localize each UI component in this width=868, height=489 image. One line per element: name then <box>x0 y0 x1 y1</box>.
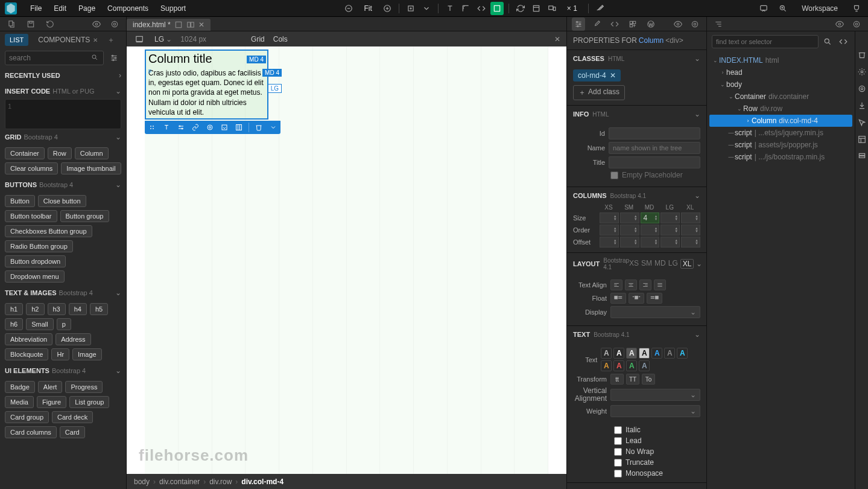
component-pill[interactable]: Close button <box>38 195 86 207</box>
offset-input[interactable]: ▲▼ <box>620 237 639 248</box>
text-color-warning[interactable]: A <box>601 360 612 371</box>
text-color-body[interactable]: A <box>639 360 650 371</box>
section-columns[interactable]: COLUMNSBootstrap 4.1⌄ <box>567 187 706 204</box>
text-color-muted[interactable]: A <box>601 348 612 359</box>
tree-search-input[interactable] <box>712 35 819 48</box>
component-pill[interactable]: Clear columns <box>5 162 58 174</box>
tree-row-column-selected[interactable]: ›Columndiv.col-md-4 <box>709 115 852 127</box>
section-text-images[interactable]: TEXT & IMAGESBootstrap 4⌄ <box>5 285 121 301</box>
text-color-primary[interactable]: A <box>651 348 662 359</box>
cup-icon[interactable] <box>850 2 863 15</box>
italic-checkbox[interactable] <box>614 426 622 434</box>
component-pill[interactable]: Image thumbnail <box>61 162 121 174</box>
trash-icon[interactable] <box>857 50 867 60</box>
component-pill[interactable]: Container <box>5 147 45 159</box>
section-ui-elements[interactable]: UI ELEMENTSBootstrap 4⌄ <box>5 363 121 379</box>
left-tab-list[interactable]: LIST <box>5 34 28 46</box>
arrow-in-icon[interactable] <box>857 100 867 111</box>
wrap-icon[interactable] <box>220 123 229 132</box>
tree-row-script[interactable]: —script| ...ets/js/jquery.min.js <box>709 127 852 139</box>
text-color-danger[interactable]: A <box>613 360 624 371</box>
delete-icon[interactable] <box>254 123 264 132</box>
size-sm-input[interactable]: ▲▼ <box>620 213 639 223</box>
lead-checkbox[interactable] <box>614 437 622 445</box>
order-input[interactable]: ▲▼ <box>600 225 619 235</box>
section-classes[interactable]: CLASSESHTML⌄ <box>567 50 706 67</box>
uppercase-button[interactable]: TT <box>626 374 639 385</box>
devices-icon[interactable] <box>545 2 559 15</box>
cols-toggle[interactable]: Cols <box>273 35 288 43</box>
offset-input[interactable]: ▲▼ <box>681 237 700 248</box>
section-info[interactable]: INFOHTML⌄ <box>567 106 706 123</box>
component-pill[interactable]: Media <box>5 396 34 408</box>
name-input[interactable] <box>609 142 700 154</box>
component-pill[interactable]: Figure <box>37 396 66 408</box>
component-pill[interactable]: Button <box>5 195 35 207</box>
display-dropdown[interactable]: ⌄ <box>610 306 700 318</box>
component-pill[interactable]: p <box>57 318 71 330</box>
breadcrumb-item[interactable]: body <box>134 478 150 486</box>
menu-file[interactable]: File <box>24 4 48 13</box>
component-pill[interactable]: Button group <box>60 210 109 222</box>
size-xs-input[interactable]: ▲▼ <box>600 213 619 223</box>
component-pill[interactable]: Alert <box>38 381 63 393</box>
tree-row-root[interactable]: ⌄INDEX.HTMLhtml <box>709 54 852 66</box>
component-pill[interactable]: List group <box>69 396 109 408</box>
props-sliders-icon[interactable] <box>572 18 585 31</box>
text-color-info[interactable]: A <box>677 348 688 359</box>
search-icon[interactable] <box>89 54 101 61</box>
order-input[interactable]: ▲▼ <box>641 225 660 235</box>
tree-code-icon[interactable] <box>837 35 850 48</box>
code-icon[interactable] <box>475 2 488 15</box>
order-input[interactable]: ▲▼ <box>620 225 639 235</box>
component-pill[interactable]: h3 <box>48 303 66 315</box>
eye-icon[interactable] <box>90 18 103 31</box>
capitalize-button[interactable]: To <box>642 374 655 385</box>
viewport-size-button[interactable]: LG ⌄ <box>154 35 172 43</box>
tree-row-script[interactable]: —script| .../js/bootstrap.min.js <box>709 151 852 163</box>
device-icon[interactable] <box>133 33 146 46</box>
float-right-button[interactable] <box>647 293 662 304</box>
lg-badge-handle[interactable]: LG <box>268 84 282 93</box>
link-icon[interactable] <box>191 123 200 132</box>
md-badge-handle[interactable]: MD 4 <box>262 69 282 77</box>
title-input[interactable] <box>609 156 700 168</box>
canvas-close-icon[interactable]: ✕ <box>554 35 560 43</box>
float-left-button[interactable] <box>610 293 626 304</box>
zoom-icon[interactable] <box>776 2 790 15</box>
component-pill[interactable]: Progress <box>65 381 103 393</box>
insert-code-area[interactable]: 1 <box>5 99 121 129</box>
tree-row-body[interactable]: ⌄body <box>709 78 852 91</box>
component-pill[interactable]: Card <box>60 426 85 438</box>
component-pill[interactable]: Dropdown menu <box>5 270 65 283</box>
eye-icon-2[interactable] <box>671 18 685 31</box>
component-pill[interactable]: Address <box>55 333 90 345</box>
chevron-down-icon[interactable] <box>420 2 433 15</box>
component-pill[interactable]: Abbreviation <box>5 333 52 345</box>
tab-close-icon[interactable]: ✕ <box>91 37 98 43</box>
file-tab[interactable]: index.html * ✕ <box>127 19 211 31</box>
text-color-dark[interactable]: A <box>639 348 650 359</box>
size-xl-input[interactable]: ▲▼ <box>681 213 700 223</box>
size-lg-input[interactable]: ▲▼ <box>661 213 680 223</box>
component-pill[interactable]: Small <box>26 318 54 330</box>
component-pill[interactable]: Blockquote <box>5 348 48 360</box>
align-left-button[interactable] <box>610 280 622 290</box>
valign-dropdown[interactable]: ⌄ <box>610 389 700 401</box>
add-class-button[interactable]: ＋Add class <box>573 85 625 100</box>
component-pill[interactable]: h2 <box>26 303 44 315</box>
component-pill[interactable]: Card columns <box>5 426 57 438</box>
breadcrumb-item[interactable]: div.row <box>209 478 232 486</box>
menu-page[interactable]: Page <box>72 4 101 13</box>
tab-split-icon[interactable] <box>186 21 195 29</box>
menu-components[interactable]: Components <box>101 4 154 13</box>
weight-dropdown[interactable]: ⌄ <box>610 405 700 417</box>
truncate-checkbox[interactable] <box>614 459 622 467</box>
tree-row-row[interactable]: ⌄Rowdiv.row <box>709 103 852 115</box>
monospace-checkbox[interactable] <box>614 470 622 478</box>
component-pill[interactable]: h4 <box>69 303 87 315</box>
left-tab-components[interactable]: COMPONENTS ✕ <box>33 33 103 46</box>
undo-icon[interactable] <box>43 18 57 31</box>
section-text[interactable]: TEXTBootstrap 4.1⌄ <box>567 326 706 343</box>
order-input[interactable]: ▲▼ <box>681 225 700 235</box>
